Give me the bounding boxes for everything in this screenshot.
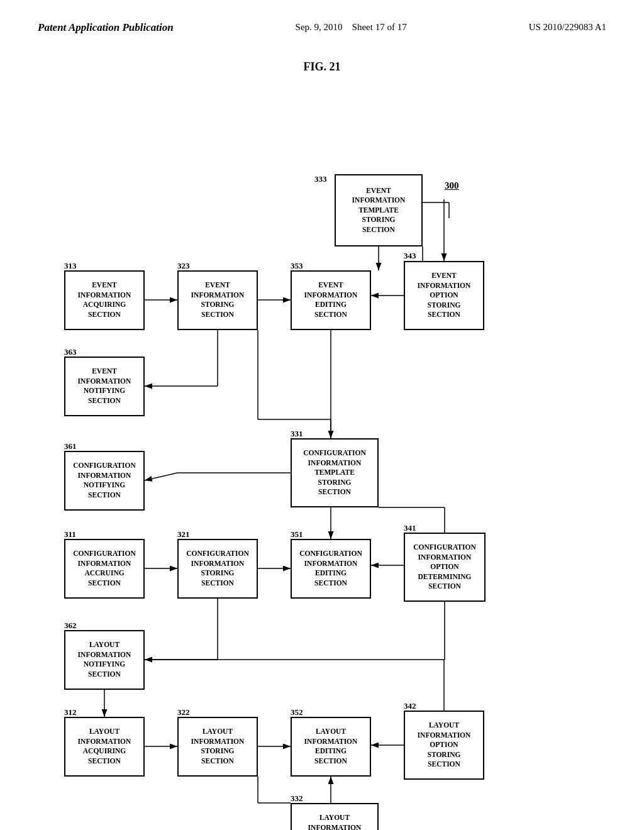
label-361: 361 <box>64 441 77 451</box>
label-331: 331 <box>291 429 303 439</box>
box-332: LAYOUTINFORMATIONTEMPLATESTORINGSECTION <box>291 803 379 830</box>
box-322: LAYOUTINFORMATIONSTORINGSECTION <box>177 717 258 777</box>
box-331: CONFIGURATIONINFORMATIONTEMPLATESTORINGS… <box>291 438 379 507</box>
label-362: 362 <box>64 621 77 631</box>
box-351: CONFIGURATIONINFORMATIONEDITINGSECTION <box>291 539 371 599</box>
label-332: 332 <box>291 794 303 804</box>
label-321: 321 <box>177 529 190 540</box>
label-363: 363 <box>64 347 77 357</box>
label-313: 313 <box>64 261 77 271</box>
label-311: 311 <box>64 529 76 540</box>
figure-title: FIG. 21 <box>25 60 619 74</box>
label-323: 323 <box>177 261 190 271</box>
box-321: CONFIGURATIONINFORMATIONSTORINGSECTION <box>177 539 258 599</box>
box-341: CONFIGURATIONINFORMATIONOPTIONDETERMININ… <box>404 533 486 602</box>
svg-line-17 <box>145 473 177 480</box>
box-313: EVENTINFORMATIONACQUIRINGSECTION <box>64 270 145 330</box>
box-352: LAYOUTINFORMATIONEDITINGSECTION <box>291 717 371 777</box>
diagram-container: EVENTINFORMATIONTEMPLATESTORINGSECTION 3… <box>26 92 618 816</box>
publication-date-sheet: Sep. 9, 2010 Sheet 17 of 17 <box>296 20 407 35</box>
diagram-area: FIG. 21 <box>0 42 644 828</box>
label-312: 312 <box>64 707 77 717</box>
label-300: 300 <box>445 180 459 191</box>
box-333: EVENTINFORMATIONTEMPLATESTORINGSECTION <box>335 174 423 246</box>
label-353: 353 <box>291 261 303 271</box>
box-342: LAYOUTINFORMATIONOPTIONSTORINGSECTION <box>404 711 484 780</box>
box-311: CONFIGURATIONINFORMATIONACCRUINGSECTION <box>64 539 145 599</box>
box-363: EVENTINFORMATIONNOTIFYINGSECTION <box>64 357 145 416</box>
box-361: CONFIGURATIONINFORMATIONNOTIFYINGSECTION <box>64 451 145 511</box>
label-342: 342 <box>404 701 416 711</box>
box-353: EVENTINFORMATIONEDITINGSECTION <box>291 270 371 330</box>
box-343: EVENTINFORMATIONOPTIONSTORINGSECTION <box>404 261 484 330</box>
label-333: 333 <box>314 174 327 184</box>
box-312: LAYOUTINFORMATIONACQUIRINGSECTION <box>64 717 145 777</box>
label-352: 352 <box>291 707 303 717</box>
box-362: LAYOUTINFORMATIONNOTIFYINGSECTION <box>64 630 145 690</box>
publication-title: Patent Application Publication <box>38 20 174 35</box>
label-341: 341 <box>404 523 416 533</box>
label-322: 322 <box>177 707 190 717</box>
label-343: 343 <box>404 251 416 261</box>
patent-number: US 2010/229083 A1 <box>529 20 606 35</box>
page-header: Patent Application Publication Sep. 9, 2… <box>0 0 644 42</box>
label-351: 351 <box>291 529 303 540</box>
box-323: EVENTINFORMATIONSTORINGSECTION <box>177 270 258 330</box>
